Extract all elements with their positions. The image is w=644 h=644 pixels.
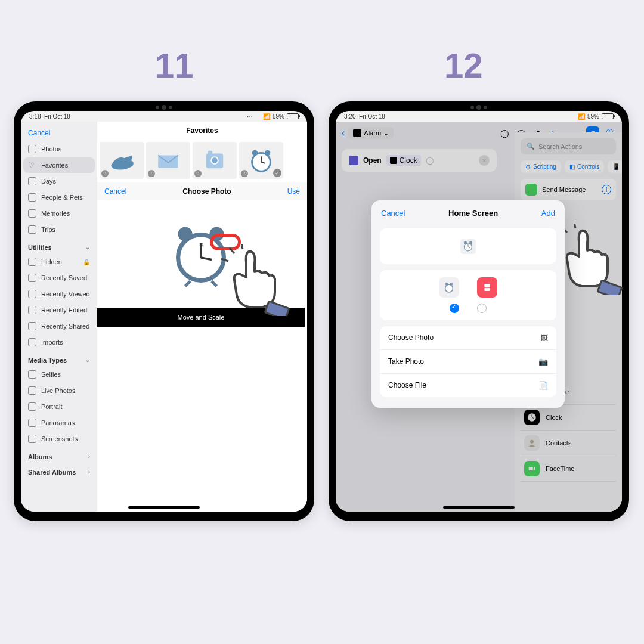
sidebar-item-recently-edited[interactable]: Recently Edited [23, 302, 95, 318]
camera-notch [470, 105, 487, 110]
choose-file-option[interactable]: Choose File📄 [380, 374, 556, 397]
photo-thumbnail[interactable]: ♡ [146, 142, 190, 179]
file-icon: 📄 [538, 381, 548, 390]
photo-icon: 🖼 [540, 333, 548, 342]
use-button[interactable]: Use [287, 187, 300, 196]
svg-point-12 [209, 227, 224, 241]
take-photo-option[interactable]: Take Photo📷 [380, 350, 556, 374]
svg-rect-4 [208, 151, 213, 154]
sidebar-item-portrait[interactable]: Portrait [23, 399, 95, 414]
icon-preview [380, 228, 556, 264]
svg-point-3 [212, 157, 218, 163]
default-icon-option[interactable] [477, 277, 497, 298]
open-app-action[interactable]: Open Clock ◯ ✕ [342, 149, 497, 172]
svg-point-36 [445, 283, 448, 286]
sidebar-item-days[interactable]: Days [23, 174, 95, 189]
photo-thumbnail[interactable]: ♡ [100, 142, 144, 179]
choose-photo-option[interactable]: Choose Photo🖼 [380, 326, 556, 350]
shortcut-name-chip[interactable]: Alarm ⌄ [348, 127, 394, 139]
search-actions-input[interactable]: 🔍Search Actions [521, 138, 616, 154]
search-icon: 🔍 [527, 143, 535, 150]
icon-radio-selected[interactable] [450, 304, 459, 313]
sidebar-item-recently-viewed[interactable]: Recently Viewed [23, 286, 95, 302]
svg-rect-28 [529, 467, 533, 470]
svg-rect-38 [484, 284, 490, 287]
ipad-left: 3:18 Fri Oct 18 ⋯ 📶 59% Cancel Photos ♡F… [14, 101, 314, 521]
svg-line-21 [221, 259, 228, 261]
svg-point-32 [469, 242, 472, 244]
home-indicator [443, 506, 515, 509]
svg-line-20 [242, 244, 243, 249]
scripting-chip[interactable]: ⚙ Scripting [521, 160, 561, 173]
sidebar-item-imports[interactable]: Imports [23, 335, 95, 350]
svg-point-31 [464, 242, 467, 244]
icon-radio-unselected[interactable] [477, 304, 487, 313]
svg-line-42 [574, 224, 575, 228]
svg-line-15 [185, 281, 190, 286]
camera-icon: 📷 [538, 357, 548, 366]
svg-rect-39 [484, 288, 490, 291]
svg-point-27 [530, 440, 534, 444]
svg-point-35 [445, 284, 453, 292]
sidebar-section-shared-albums[interactable]: Shared Albums› [23, 463, 95, 478]
app-contacts[interactable]: Contacts [521, 431, 616, 456]
device-chip[interactable]: 📱 De [608, 160, 622, 173]
sidebar-item-live-photos[interactable]: Live Photos [23, 383, 95, 398]
photo-thumbnail[interactable]: ♡✓ [239, 142, 283, 179]
step-number-12: 12 [444, 45, 483, 85]
svg-line-19 [230, 248, 234, 253]
sheet-title: Home Screen [448, 209, 498, 218]
photo-thumbnail[interactable]: ♡ [193, 142, 237, 179]
sidebar-item-recently-saved[interactable]: Recently Saved [23, 270, 95, 286]
app-facetime[interactable]: FaceTime [521, 456, 616, 482]
sheet-add-button[interactable]: Add [541, 209, 555, 218]
svg-point-11 [178, 227, 193, 241]
photos-sidebar: Cancel Photos ♡Favorites Days People & P… [21, 122, 97, 512]
controls-chip[interactable]: ◧ Controls [565, 160, 604, 173]
sidebar-item-screenshots[interactable]: Screenshots [23, 431, 95, 447]
status-bar: 3:18 Fri Oct 18 ⋯ 📶 59% [21, 111, 307, 122]
cancel-button[interactable]: Cancel [23, 125, 95, 141]
custom-icon-option[interactable] [439, 277, 459, 298]
icon-selector [380, 270, 556, 320]
send-message-action[interactable]: Send Messagei [521, 179, 616, 200]
back-button[interactable]: ‹ [342, 128, 345, 138]
sidebar-item-memories[interactable]: Memories [23, 206, 95, 221]
svg-rect-18 [265, 301, 289, 316]
home-indicator [128, 506, 200, 509]
sidebar-item-favorites[interactable]: ♡Favorites [23, 157, 95, 173]
sidebar-section-albums[interactable]: Albums› [23, 447, 95, 463]
ipad-right: 3:20 Fri Oct 18 📶 59% ‹ Alarm ⌄ ◯ ◯ ⬆ ▶ … [329, 101, 629, 521]
svg-point-7 [265, 150, 271, 156]
photos-title: Favorites [97, 122, 307, 140]
sidebar-item-people[interactable]: People & Pets [23, 190, 95, 205]
sidebar-item-panoramas[interactable]: Panoramas [23, 415, 95, 431]
sheet-cancel-button[interactable]: Cancel [381, 209, 405, 218]
status-bar: 3:20 Fri Oct 18 📶 59% [336, 111, 622, 122]
app-clock[interactable]: Clock [521, 405, 616, 431]
sidebar-item-photos[interactable]: Photos [23, 141, 95, 157]
sidebar-item-hidden[interactable]: Hidden🔒 [23, 254, 95, 270]
sidebar-item-recently-shared[interactable]: Recently Shared [23, 318, 95, 334]
choose-cancel-button[interactable]: Cancel [104, 187, 126, 196]
svg-text:12: 12 [199, 243, 203, 246]
camera-notch [156, 105, 172, 110]
sidebar-section-media[interactable]: Media Types⌄ [23, 351, 95, 366]
choose-photo-title: Choose Photo [126, 187, 287, 196]
sidebar-item-selfies[interactable]: Selfies [23, 367, 95, 382]
clear-icon[interactable]: ✕ [479, 155, 490, 166]
svg-point-37 [450, 283, 453, 286]
undo-icon[interactable]: ◯ [498, 126, 511, 140]
step-number-11: 11 [155, 45, 194, 85]
svg-point-6 [252, 150, 258, 156]
svg-rect-40 [597, 280, 622, 295]
home-screen-sheet: Cancel Home Screen Add Choose Photo🖼 [371, 200, 565, 408]
sidebar-item-trips[interactable]: Trips [23, 222, 95, 237]
sidebar-section-utilities[interactable]: Utilities⌄ [23, 238, 95, 253]
pointing-hand-icon [216, 244, 294, 318]
